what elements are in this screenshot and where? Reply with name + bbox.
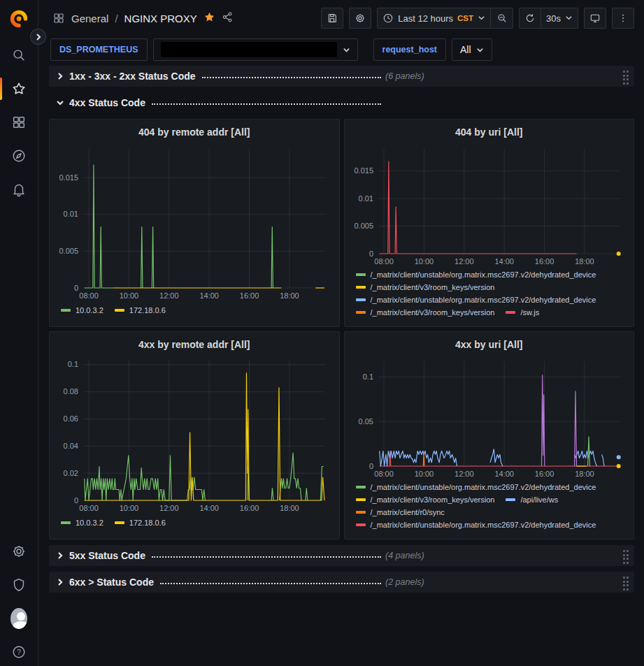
legend-item[interactable]: /_matrix/client/unstable/org.matrix.msc2… bbox=[356, 296, 596, 304]
grafana-logo[interactable] bbox=[9, 9, 29, 29]
sidebar-item-alerting[interactable] bbox=[0, 178, 38, 201]
legend-item[interactable]: 10.0.3.2 bbox=[61, 306, 103, 314]
svg-text:?: ? bbox=[17, 649, 21, 656]
legend-item[interactable]: /_matrix/client/v3/room_keys/version bbox=[356, 283, 495, 291]
save-dashboard-button[interactable] bbox=[321, 8, 343, 29]
svg-text:0.1: 0.1 bbox=[362, 372, 373, 381]
sidebar-item-explore[interactable] bbox=[0, 145, 38, 167]
sidebar-item-help[interactable]: ? bbox=[10, 644, 27, 660]
svg-text:0.005: 0.005 bbox=[59, 247, 78, 255]
row-title: 1xx - 3xx - 2xx Status Code bbox=[69, 71, 196, 82]
star-icon bbox=[11, 81, 27, 96]
chevron-down-icon bbox=[476, 46, 484, 54]
row-drag-handle[interactable] bbox=[623, 71, 629, 85]
active-indicator bbox=[0, 78, 2, 100]
time-range-label: Last 12 hours bbox=[398, 13, 453, 24]
panel-title[interactable]: 404 by remote addr [All] bbox=[57, 124, 332, 141]
svg-text:14:00: 14:00 bbox=[199, 291, 219, 300]
sidebar-expand-button[interactable] bbox=[30, 29, 46, 45]
legend-item[interactable]: /_matrix/client/r0/sync bbox=[356, 508, 445, 516]
svg-text:10:00: 10:00 bbox=[120, 504, 139, 512]
datasource-variable-dropdown[interactable] bbox=[153, 38, 358, 61]
row-title: 6xx > Status Code bbox=[69, 577, 154, 588]
refresh-interval-picker[interactable]: 30s bbox=[541, 8, 578, 29]
panel-title[interactable]: 404 by uri [All] bbox=[352, 124, 627, 142]
sidebar-item-search[interactable] bbox=[0, 44, 38, 66]
legend-color-swatch bbox=[115, 521, 124, 524]
sidebar-item-configuration[interactable] bbox=[10, 543, 27, 560]
legend-label: /_matrix/client/unstable/org.matrix.msc2… bbox=[371, 483, 596, 491]
legend-item[interactable]: /_matrix/client/unstable/org.matrix.msc2… bbox=[356, 270, 596, 279]
timeseries-chart[interactable]: 08:0010:0012:0014:0016:0018:0000.050.1 bbox=[352, 354, 627, 480]
dashboard-title[interactable]: NGINX PROXY bbox=[124, 13, 197, 24]
user-avatar bbox=[10, 608, 27, 629]
panel-grid: 404 by remote addr [All] 08:0010:0012:00… bbox=[49, 119, 634, 540]
legend-item[interactable]: /api/live/ws bbox=[506, 495, 558, 504]
legend-item[interactable]: /sw.js bbox=[506, 308, 539, 317]
request-host-variable-dropdown[interactable]: All bbox=[452, 38, 492, 61]
svg-text:18:00: 18:00 bbox=[280, 504, 299, 512]
share-button[interactable] bbox=[222, 11, 234, 26]
legend-item[interactable]: 172.18.0.6 bbox=[115, 519, 166, 527]
favorite-star-button[interactable] bbox=[203, 11, 215, 26]
legend-color-swatch bbox=[506, 498, 515, 501]
zoom-out-time-button[interactable] bbox=[491, 8, 513, 29]
svg-text:0.06: 0.06 bbox=[64, 414, 78, 423]
svg-text:14:00: 14:00 bbox=[494, 470, 514, 478]
grafana-logo-icon bbox=[9, 9, 29, 29]
legend-item[interactable]: /_matrix/client/unstable/org.matrix.msc2… bbox=[356, 521, 596, 529]
refresh-dashboard-button[interactable] bbox=[519, 8, 541, 29]
legend-label: /api/live/ws bbox=[520, 495, 558, 504]
sidebar-item-profile[interactable] bbox=[10, 610, 27, 627]
legend-color-swatch bbox=[61, 309, 71, 312]
kebab-vertical-icon bbox=[617, 13, 629, 24]
svg-text:0.005: 0.005 bbox=[354, 222, 373, 230]
time-range-picker[interactable]: Last 12 hours CST bbox=[377, 8, 491, 29]
row-title: 4xx Status Code bbox=[69, 97, 145, 108]
legend-item[interactable]: 10.0.3.2 bbox=[61, 519, 103, 527]
dashboard-settings-button[interactable] bbox=[349, 8, 371, 29]
sidebar-item-starred[interactable] bbox=[0, 78, 38, 100]
chevron-down-icon bbox=[55, 98, 65, 108]
svg-text:16:00: 16:00 bbox=[240, 291, 259, 300]
legend-color-swatch bbox=[506, 311, 515, 314]
variables-bar: DS_PROMETHEUS request_host All bbox=[38, 36, 644, 63]
sidebar-item-server-admin[interactable] bbox=[10, 577, 27, 593]
panel-404-by-uri: 404 by uri [All] 08:0010:0012:0014:0016:… bbox=[344, 119, 635, 327]
chart-legend: /_matrix/client/unstable/org.matrix.msc2… bbox=[352, 480, 627, 535]
row-drag-handle[interactable] bbox=[623, 550, 629, 564]
row-header-6xx[interactable]: 6xx > Status Code (2 panels) bbox=[49, 572, 634, 593]
row-header-5xx[interactable]: 5xx Status Code (4 panels) bbox=[49, 545, 634, 566]
cycle-view-mode-button[interactable] bbox=[584, 8, 606, 29]
panel-title[interactable]: 4xx by uri [All] bbox=[352, 336, 627, 354]
legend-item[interactable]: /_matrix/client/unstable/org.matrix.msc2… bbox=[356, 483, 596, 491]
row-header-1xx-3xx-2xx[interactable]: 1xx - 3xx - 2xx Status Code (6 panels) bbox=[49, 66, 634, 87]
breadcrumb-folder[interactable]: General bbox=[71, 13, 108, 24]
timeseries-chart[interactable]: 08:0010:0012:0014:0016:0018:0000.020.040… bbox=[57, 354, 332, 516]
top-nav: General / NGINX PROXY bbox=[38, 0, 644, 36]
panel-title[interactable]: 4xx by remote addr [All] bbox=[57, 336, 332, 354]
breadcrumb: General / NGINX PROXY bbox=[52, 11, 234, 26]
row-header-4xx[interactable]: 4xx Status Code bbox=[49, 92, 634, 113]
bell-icon bbox=[11, 182, 27, 197]
svg-text:18:00: 18:00 bbox=[575, 257, 594, 266]
legend-item[interactable]: /_matrix/client/v3/room_keys/version bbox=[356, 495, 495, 504]
legend-item[interactable]: 172.18.0.6 bbox=[115, 306, 166, 314]
legend-label: /_matrix/client/v3/room_keys/version bbox=[371, 283, 495, 291]
shield-icon bbox=[11, 577, 27, 593]
legend-color-swatch bbox=[356, 511, 366, 514]
sidebar-item-dashboards[interactable] bbox=[0, 111, 38, 133]
request-host-value: All bbox=[460, 44, 471, 55]
chart-legend: /_matrix/client/unstable/org.matrix.msc2… bbox=[352, 268, 627, 322]
legend-color-swatch bbox=[356, 498, 366, 501]
svg-text:18:00: 18:00 bbox=[280, 291, 299, 300]
refresh-interval-label: 30s bbox=[546, 13, 561, 24]
svg-text:12:00: 12:00 bbox=[455, 470, 474, 478]
legend-item[interactable]: /_matrix/client/v3/room_keys/version bbox=[356, 308, 495, 317]
timeseries-chart[interactable]: 08:0010:0012:0014:0016:0018:0000.0050.01… bbox=[352, 142, 627, 268]
row-drag-handle[interactable] bbox=[623, 577, 629, 591]
timeseries-chart[interactable]: 08:0010:0012:0014:0016:0018:0000.0050.01… bbox=[57, 141, 332, 303]
svg-text:10:00: 10:00 bbox=[120, 291, 139, 300]
kebab-menu-button[interactable] bbox=[612, 8, 634, 29]
dotted-leader bbox=[152, 551, 381, 558]
